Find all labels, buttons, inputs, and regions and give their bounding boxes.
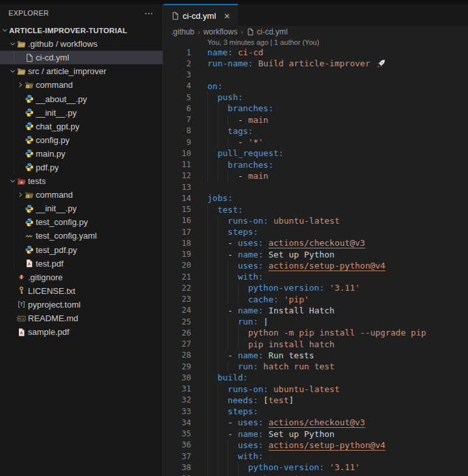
tree-item-command[interactable]: command — [0, 188, 162, 202]
indent-guide — [207, 170, 208, 181]
tree-item-src-article-improver[interactable]: src / article_improver — [0, 64, 162, 78]
tree-item-github-workflows[interactable]: .github / workflows — [0, 37, 162, 51]
code-line-content: - name: Set up Python — [207, 429, 335, 440]
indent-guide — [228, 282, 228, 293]
action-link[interactable]: actions/checkout@v3 — [268, 417, 365, 427]
pdf-icon — [17, 327, 26, 337]
tree-item-gitignore[interactable]: .gitignore — [0, 271, 162, 284]
line-number: 15 — [164, 205, 191, 214]
line-number: 35 — [164, 429, 191, 438]
indent-guide — [218, 451, 218, 462]
indent-guide — [218, 159, 218, 170]
tree-item-test-pdf-py[interactable]: test_pdf.py — [0, 243, 162, 257]
chevron-right-icon[interactable] — [16, 80, 25, 90]
key-icon — [17, 286, 26, 296]
code-line-content: pip install hatch — [207, 339, 335, 350]
tree-item-tests[interactable]: tests — [0, 174, 162, 188]
chevron-down-icon[interactable] — [0, 25, 9, 36]
tree-item-label: __init__.py — [36, 204, 77, 213]
more-actions-icon[interactable]: ⋯ — [144, 8, 153, 18]
action-link[interactable]: actions/setup-python@v4 — [268, 261, 385, 271]
line-number: 25 — [164, 317, 191, 326]
chevron-down-icon[interactable] — [8, 39, 17, 49]
indent-guide — [207, 126, 208, 137]
tree-item-license-txt[interactable]: LICENSE.txt — [0, 284, 162, 298]
code-line-content: - uses: actions/checkout@v3 — [207, 237, 365, 248]
indent-guide — [228, 473, 228, 476]
tree-item-ci-cd-yml[interactable]: ci-cd.yml — [0, 51, 162, 64]
code-line-content: build: — [207, 372, 248, 383]
code-line-content: python -m pip install --upgrade pip — [207, 327, 426, 338]
folder-command-icon — [25, 80, 34, 90]
code-line-content: run: | — [207, 316, 268, 327]
tree-item-command[interactable]: command — [0, 78, 162, 92]
code-line: 27 pip install hatch — [164, 339, 468, 350]
line-number: 38 — [164, 463, 191, 472]
chevron-down-icon[interactable] — [8, 66, 17, 77]
folder-test-icon — [17, 176, 26, 186]
git-blame-annotation[interactable]: You, 3 minutes ago | 1 author (You) — [164, 37, 468, 47]
tree-item-label: main.py — [36, 149, 66, 159]
tree-item-label: src / article_improver — [28, 66, 107, 76]
tree-item-label: chat_gpt.py — [36, 122, 79, 131]
code-line: 33 steps: — [164, 406, 468, 417]
code-line: 20 uses: actions/setup-python@v4 — [164, 260, 468, 271]
line-number: 4 — [164, 81, 191, 90]
editor-group: ci-cd.yml ✕ .github›workflows›ci-cd.yml … — [164, 4, 468, 476]
tree-item-article-improver-tutorial[interactable]: ARTICLE-IMPROVER-TUTORIAL — [0, 23, 162, 37]
tab-ci-cd-yml[interactable]: ci-cd.yml ✕ — [164, 4, 238, 27]
breadcrumb-item-ci-cd-yml[interactable]: ci-cd.yml — [257, 27, 287, 36]
indent-guide — [207, 92, 208, 103]
indent-guide — [228, 137, 228, 148]
line-number: 10 — [164, 149, 191, 158]
action-link[interactable]: actions/setup-python@v4 — [268, 440, 385, 450]
tree-item-test-config-yaml[interactable]: test_config.yaml — [0, 229, 162, 243]
tree-item-sample-pdf[interactable]: sample.pdf — [0, 325, 162, 339]
breadcrumb-item-github[interactable]: .github — [171, 27, 194, 36]
tree-item-init-py[interactable]: __init__.py — [0, 202, 162, 215]
code-line: 34 - uses: actions/checkout@v3 — [164, 417, 468, 428]
indent-guide — [218, 316, 218, 327]
close-icon[interactable]: ✕ — [224, 12, 230, 20]
code-line-content: pull_request: — [207, 148, 283, 159]
tree-item-label: command — [36, 80, 73, 90]
tree-item-about-py[interactable]: __about__.py — [0, 92, 162, 105]
chevron-right-icon[interactable] — [16, 190, 25, 200]
indent-guide — [207, 305, 208, 316]
tree-item-main-py[interactable]: main.py — [0, 147, 162, 161]
code-line: 30 build: — [164, 372, 468, 383]
action-link[interactable]: actions/checkout@v3 — [268, 238, 365, 248]
tree-item-test-pdf[interactable]: test.pdf — [0, 257, 162, 271]
indent-guide — [218, 103, 218, 114]
indent-guide — [228, 339, 228, 350]
breadcrumb-item-workflows[interactable]: workflows — [203, 27, 238, 36]
code-line: 38 python-version: '3.11' — [164, 462, 468, 473]
python-icon — [25, 149, 34, 159]
indent-guide — [218, 339, 218, 350]
toml-icon — [17, 300, 26, 310]
chevron-down-icon[interactable] — [8, 176, 17, 187]
tree-item-readme-md[interactable]: README.md — [0, 311, 162, 325]
code-editor[interactable]: 1name: ci-cd2run-name: Build article-imp… — [164, 47, 468, 476]
tree-item-pdf-py[interactable]: pdf.py — [0, 161, 162, 174]
rocket-emoji-icon — [376, 59, 385, 68]
indent-guide — [207, 451, 208, 462]
tree-item-test-config-py[interactable]: test_config.py — [0, 215, 162, 229]
breadcrumb-separator: › — [240, 28, 243, 36]
code-line: 8 tags: — [164, 126, 468, 137]
code-line: 14jobs: — [164, 192, 468, 204]
line-number: 31 — [164, 384, 191, 393]
indent-guide — [218, 361, 218, 372]
tree-item-chat-gpt-py[interactable]: chat_gpt.py — [0, 120, 162, 133]
tree-item-init-py[interactable]: __init__.py — [0, 106, 162, 120]
indent-guide — [218, 137, 218, 148]
git-icon — [17, 272, 26, 282]
indent-guide — [207, 440, 208, 451]
tree-item-pyproject-toml[interactable]: pyproject.toml — [0, 298, 162, 311]
code-line: 18 - uses: actions/checkout@v3 — [164, 237, 468, 248]
file-tree: ARTICLE-IMPROVER-TUTORIAL.github / workf… — [0, 23, 162, 339]
yaml-icon — [25, 231, 34, 241]
code-line-content: cache: 'pip' — [207, 294, 309, 305]
tree-item-config-py[interactable]: config.py — [0, 133, 162, 147]
line-number: 24 — [164, 306, 191, 315]
